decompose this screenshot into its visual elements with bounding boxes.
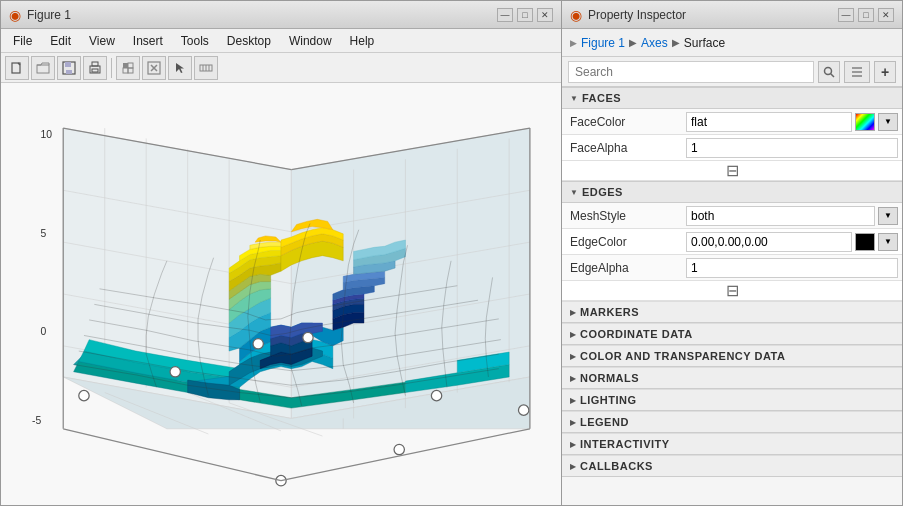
list-view-btn[interactable]	[844, 61, 870, 83]
svg-rect-6	[92, 62, 98, 66]
edges-arrow-icon: ▼	[570, 188, 578, 197]
edges-slider-row[interactable]: ⊟	[562, 281, 902, 301]
tb-btn5[interactable]	[116, 56, 140, 80]
breadcrumb-bar: ▶ Figure 1 ▶ Axes ▶ Surface	[562, 29, 902, 57]
svg-point-89	[170, 367, 180, 377]
svg-text:5: 5	[40, 228, 46, 239]
tb-separator-1	[111, 58, 112, 78]
prop-window-controls: — □ ✕	[838, 8, 894, 22]
search-input[interactable]	[568, 61, 814, 83]
tb-new-btn[interactable]	[5, 56, 29, 80]
edges-section-header[interactable]: ▼ EDGES	[562, 181, 902, 203]
color-transparency-section-title: COLOR AND TRANSPARENCY DATA	[580, 350, 785, 362]
facecolor-row: FaceColor ▼	[562, 109, 902, 135]
tb-print-btn[interactable]	[83, 56, 107, 80]
edgecolor-input[interactable]	[686, 232, 852, 252]
tb-btn8[interactable]	[194, 56, 218, 80]
breadcrumb-figure[interactable]: Figure 1	[581, 36, 625, 50]
figure-toolbar	[1, 53, 561, 83]
edgecolor-dropdown-btn[interactable]: ▼	[878, 233, 898, 251]
color-transparency-section[interactable]: ▶ COLOR AND TRANSPARENCY DATA	[562, 345, 902, 367]
legend-arrow-icon: ▶	[570, 418, 576, 427]
facealpha-label: FaceAlpha	[562, 141, 682, 155]
markers-section[interactable]: ▶ MARKERS	[562, 301, 902, 323]
edgealpha-row: EdgeAlpha	[562, 255, 902, 281]
meshstyle-row: MeshStyle ▼	[562, 203, 902, 229]
tb-open-btn[interactable]	[31, 56, 55, 80]
prop-close-btn[interactable]: ✕	[878, 8, 894, 22]
svg-point-91	[518, 405, 528, 415]
markers-section-title: MARKERS	[580, 306, 639, 318]
svg-rect-9	[128, 63, 133, 68]
facecolor-input[interactable]	[686, 112, 852, 132]
meshstyle-dropdown-btn[interactable]: ▼	[878, 207, 898, 225]
edges-section-title: EDGES	[582, 186, 623, 198]
markers-arrow-icon: ▶	[570, 308, 576, 317]
interactivity-section[interactable]: ▶ INTERACTIVITY	[562, 433, 902, 455]
edgealpha-value-area	[682, 258, 902, 278]
coordinate-data-section[interactable]: ▶ COORDINATE DATA	[562, 323, 902, 345]
menu-insert[interactable]: Insert	[125, 32, 171, 50]
figure-window-controls: — □ ✕	[497, 8, 553, 22]
menu-desktop[interactable]: Desktop	[219, 32, 279, 50]
figure-close-btn[interactable]: ✕	[537, 8, 553, 22]
svg-marker-13	[176, 63, 184, 73]
property-inspector-window: ◉ Property Inspector — □ ✕ ▶ Figure 1 ▶ …	[562, 0, 903, 506]
tb-btn6[interactable]	[142, 56, 166, 80]
normals-arrow-icon: ▶	[570, 374, 576, 383]
legend-section[interactable]: ▶ LEGEND	[562, 411, 902, 433]
interactivity-arrow-icon: ▶	[570, 440, 576, 449]
faces-slider-row[interactable]: ⊟	[562, 161, 902, 181]
svg-rect-4	[66, 70, 72, 74]
lighting-section[interactable]: ▶ LIGHTING	[562, 389, 902, 411]
lighting-arrow-icon: ▶	[570, 396, 576, 405]
breadcrumb-axes[interactable]: Axes	[641, 36, 668, 50]
plot-area[interactable]: 10 5 0 -5 30 20 10 0 0 5 10 15 20 25	[1, 83, 561, 505]
menu-file[interactable]: File	[5, 32, 40, 50]
facealpha-input[interactable]	[686, 138, 898, 158]
search-icon-btn[interactable]	[818, 61, 840, 83]
faces-arrow-icon: ▼	[570, 94, 578, 103]
edgecolor-row: EdgeColor ▼	[562, 229, 902, 255]
callbacks-section[interactable]: ▶ CALLBACKS	[562, 455, 902, 477]
tb-select-btn[interactable]	[168, 56, 192, 80]
svg-rect-8	[123, 63, 128, 68]
menu-help[interactable]: Help	[342, 32, 383, 50]
svg-text:0: 0	[40, 326, 46, 337]
menu-window[interactable]: Window	[281, 32, 340, 50]
faces-slider-icon: ⊟	[726, 161, 739, 180]
svg-point-84	[79, 390, 89, 400]
add-property-btn[interactable]: +	[874, 61, 896, 83]
svg-rect-7	[92, 69, 98, 72]
svg-rect-11	[128, 68, 133, 73]
meshstyle-label: MeshStyle	[562, 209, 682, 223]
legend-section-title: LEGEND	[580, 416, 629, 428]
svg-text:-5: -5	[32, 415, 41, 426]
meshstyle-input[interactable]	[686, 206, 875, 226]
callbacks-section-title: CALLBACKS	[580, 460, 653, 472]
faces-section-header[interactable]: ▼ FACES	[562, 87, 902, 109]
normals-section-title: NORMALS	[580, 372, 639, 384]
figure-title-icon: ◉	[9, 7, 21, 23]
lighting-section-title: LIGHTING	[580, 394, 637, 406]
facealpha-row: FaceAlpha	[562, 135, 902, 161]
breadcrumb-sep-1: ▶	[629, 37, 637, 48]
edgecolor-swatch[interactable]	[855, 233, 875, 251]
menu-edit[interactable]: Edit	[42, 32, 79, 50]
menu-tools[interactable]: Tools	[173, 32, 217, 50]
figure-maximize-btn[interactable]: □	[517, 8, 533, 22]
breadcrumb-surface: Surface	[684, 36, 725, 50]
breadcrumb-sep-2: ▶	[672, 37, 680, 48]
facecolor-swatch[interactable]	[855, 113, 875, 131]
svg-rect-3	[65, 62, 71, 67]
svg-rect-1	[37, 65, 49, 73]
prop-maximize-btn[interactable]: □	[858, 8, 874, 22]
normals-section[interactable]: ▶ NORMALS	[562, 367, 902, 389]
edgealpha-input[interactable]	[686, 258, 898, 278]
prop-minimize-btn[interactable]: —	[838, 8, 854, 22]
tb-save-btn[interactable]	[57, 56, 81, 80]
svg-point-112	[825, 67, 832, 74]
facecolor-dropdown-btn[interactable]: ▼	[878, 113, 898, 131]
menu-view[interactable]: View	[81, 32, 123, 50]
figure-minimize-btn[interactable]: —	[497, 8, 513, 22]
